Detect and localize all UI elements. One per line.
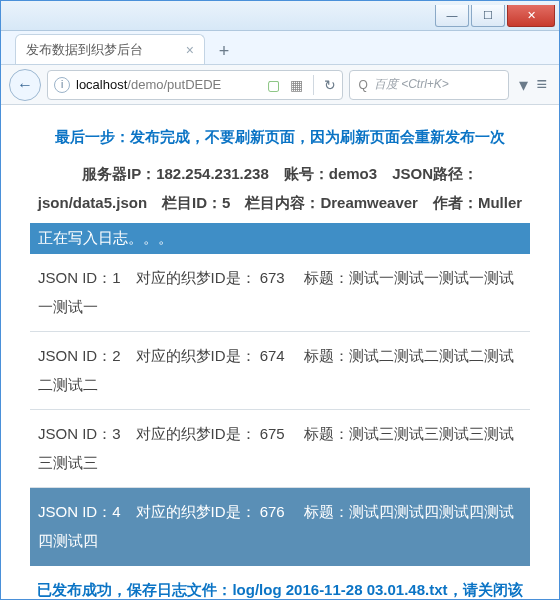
browser-toolbar: ← i localhost /demo/putDEDE ▢ ▦ ↻ Q 百度 <… [1,65,559,105]
search-box[interactable]: Q 百度 <Ctrl+K> [349,70,509,100]
maximize-button[interactable]: ☐ [471,5,505,27]
browser-tab[interactable]: 发布数据到织梦后台 × [15,34,205,64]
bookmarks-icon[interactable]: ▾ [519,74,528,96]
close-button[interactable]: ✕ [507,5,555,27]
search-engine-icon: Q [358,78,367,92]
page-viewport: 最后一步：发布完成，不要刷新页面，因为刷新页面会重新发布一次 服务器IP：182… [1,105,559,599]
address-bar[interactable]: i localhost /demo/putDEDE ▢ ▦ ↻ [47,70,343,100]
publish-meta: 服务器IP：182.254.231.238 账号：demo3 JSON路径：js… [30,160,530,223]
log-writing-banner: 正在写入日志。。。 [30,223,530,254]
minimize-button[interactable]: — [435,5,469,27]
toolbar-right: ▾ ≡ [515,74,551,96]
qr-icon[interactable]: ▦ [290,77,303,93]
shield-icon[interactable]: ▢ [267,77,280,93]
site-info-icon[interactable]: i [54,77,70,93]
menu-icon[interactable]: ≡ [536,74,547,96]
tab-close-icon[interactable]: × [178,42,194,58]
page-content: 最后一步：发布完成，不要刷新页面，因为刷新页面会重新发布一次 服务器IP：182… [30,117,530,599]
done-message: 已发布成功，保存日志文件：log/log 2016-11-28 03.01.48… [30,566,530,599]
log-row: JSON ID：2 对应的织梦ID是： 674 标题：测试二测试二测试二测试二测… [30,332,530,410]
new-tab-button[interactable]: + [211,38,237,64]
url-host: localhost [76,77,127,92]
log-rows: JSON ID：1 对应的织梦ID是： 673 标题：测试一测试一测试一测试一测… [30,254,530,566]
window-controls: — ☐ ✕ [433,5,555,27]
window-titlebar: — ☐ ✕ [1,1,559,31]
separator [313,75,314,95]
search-placeholder: 百度 <Ctrl+K> [374,76,449,93]
reload-icon[interactable]: ↻ [324,77,336,93]
tab-title: 发布数据到织梦后台 [26,41,143,59]
log-row: JSON ID：4 对应的织梦ID是： 676 标题：测试四测试四测试四测试四测… [30,488,530,566]
log-row: JSON ID：1 对应的织梦ID是： 673 标题：测试一测试一测试一测试一测… [30,254,530,332]
back-button[interactable]: ← [9,69,41,101]
url-path: /demo/putDEDE [127,77,221,92]
log-row: JSON ID：3 对应的织梦ID是： 675 标题：测试三测试三测试三测试三测… [30,410,530,488]
tab-strip: 发布数据到织梦后台 × + [1,31,559,65]
browser-window: — ☐ ✕ 发布数据到织梦后台 × + ← i localhost /demo/… [0,0,560,600]
headline: 最后一步：发布完成，不要刷新页面，因为刷新页面会重新发布一次 [30,117,530,160]
arrow-left-icon: ← [17,76,33,94]
